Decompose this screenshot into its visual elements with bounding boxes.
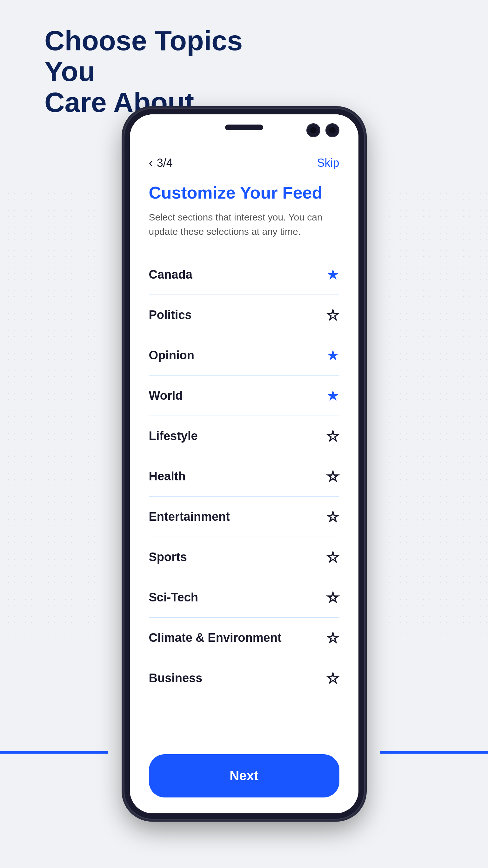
bottom-area: Next [130,745,358,813]
topic-item[interactable]: Canada★ [149,254,339,295]
topic-item[interactable]: Politics☆ [149,295,339,335]
topics-list: Canada★Politics☆Opinion★World★Lifestyle☆… [149,254,339,698]
feed-title: Customize Your Feed [149,183,339,203]
topic-item[interactable]: Sci-Tech☆ [149,577,339,618]
star-filled-icon[interactable]: ★ [326,347,339,364]
topic-item[interactable]: Sports☆ [149,537,339,577]
topic-item[interactable]: World★ [149,376,339,416]
star-empty-icon[interactable]: ☆ [326,629,339,646]
star-empty-icon[interactable]: ☆ [326,468,339,485]
star-filled-icon[interactable]: ★ [326,266,339,283]
topic-item[interactable]: Climate & Environment☆ [149,618,339,658]
topic-name: Climate & Environment [149,631,282,645]
star-empty-icon[interactable]: ☆ [326,548,339,565]
star-empty-icon[interactable]: ☆ [326,306,339,323]
topic-item[interactable]: Opinion★ [149,335,339,376]
nav-bar: ‹ 3/4 Skip [149,156,339,170]
blue-line-left [0,751,108,754]
topic-name: Sports [149,550,187,564]
camera-area [306,123,339,137]
topic-item[interactable]: Business☆ [149,658,339,698]
phone-frame: ‹ 3/4 Skip Customize Your Feed Select se… [124,108,365,820]
nav-back[interactable]: ‹ 3/4 [149,156,173,170]
topic-name: Entertainment [149,510,230,524]
back-arrow-icon: ‹ [149,156,153,170]
topic-name: Lifestyle [149,429,198,443]
camera-lens-2 [325,123,339,137]
feed-subtitle: Select sections that interest you. You c… [149,210,339,239]
topic-name: Business [149,671,202,685]
star-empty-icon[interactable]: ☆ [326,427,339,444]
topic-item[interactable]: Lifestyle☆ [149,416,339,456]
star-empty-icon[interactable]: ☆ [326,508,339,525]
topic-name: Canada [149,268,192,281]
topic-item[interactable]: Entertainment☆ [149,497,339,537]
star-empty-icon[interactable]: ☆ [326,670,339,687]
bg-dots-left [0,191,102,636]
topic-name: Opinion [149,348,195,362]
blue-line-right [380,751,488,754]
topic-item[interactable]: Health☆ [149,456,339,497]
star-filled-icon[interactable]: ★ [326,387,339,404]
next-button[interactable]: Next [149,754,339,798]
topic-name: World [149,389,183,403]
skip-button[interactable]: Skip [317,156,339,170]
notch-area [130,114,358,146]
speaker [225,125,263,130]
screen-content: ‹ 3/4 Skip Customize Your Feed Select se… [130,146,358,745]
topic-name: Health [149,470,186,483]
page-counter: 3/4 [157,156,173,170]
topic-name: Politics [149,308,192,322]
star-empty-icon[interactable]: ☆ [326,589,339,606]
page-title: Choose Topics You Care About [44,25,267,118]
phone-screen: ‹ 3/4 Skip Customize Your Feed Select se… [130,114,358,813]
bg-dots-right [386,191,488,636]
camera-lens-1 [306,123,320,137]
topic-name: Sci-Tech [149,591,198,604]
